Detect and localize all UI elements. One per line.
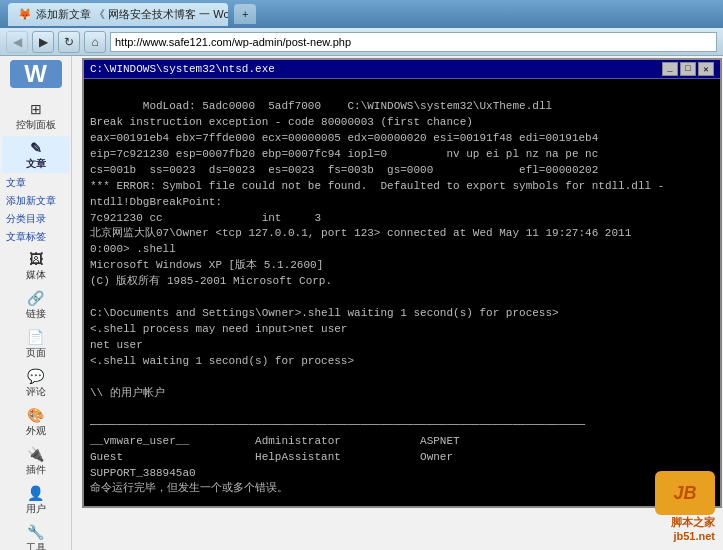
sidebar-label-user: 用户 bbox=[26, 503, 46, 514]
sidebar-item-plugin[interactable]: 🔌 插件 bbox=[2, 442, 70, 479]
brand-site-label: 脚本之家 bbox=[671, 515, 715, 530]
sidebar-item-tool[interactable]: 🔧 工具 bbox=[2, 520, 70, 550]
brand-logo-text: JB bbox=[673, 483, 696, 504]
sidebar-sub-category[interactable]: 分类目录 bbox=[2, 210, 70, 228]
sidebar-item-dashboard[interactable]: ⊞ 控制面板 bbox=[2, 97, 70, 134]
appearance-icon: 🎨 bbox=[27, 407, 44, 423]
cmd-title: C:\WINDOWS\system32\ntsd.exe bbox=[90, 63, 275, 75]
sidebar-label-page: 页面 bbox=[26, 347, 46, 358]
brand-url-text: jb51.net bbox=[673, 530, 715, 542]
forward-button[interactable]: ▶ bbox=[32, 31, 54, 53]
brand-watermark: JB 脚本之家 jb51.net bbox=[655, 471, 715, 542]
wp-logo: W bbox=[10, 60, 62, 88]
back-icon: ◀ bbox=[13, 35, 22, 49]
new-tab-btn[interactable]: + bbox=[234, 4, 256, 24]
cmd-minimize-btn[interactable]: _ bbox=[662, 62, 678, 76]
tab-label: 添加新文章 《 网络安全技术博客 一 Wo... bbox=[36, 7, 228, 22]
user-icon: 👤 bbox=[27, 485, 44, 501]
cmd-window[interactable]: C:\WINDOWS\system32\ntsd.exe _ □ ✕ ModLo… bbox=[82, 58, 722, 508]
sidebar-item-link[interactable]: 🔗 链接 bbox=[2, 286, 70, 323]
back-button[interactable]: ◀ bbox=[6, 31, 28, 53]
home-icon: ⌂ bbox=[91, 35, 98, 49]
tool-icon: 🔧 bbox=[27, 524, 44, 540]
reload-button[interactable]: ↻ bbox=[58, 31, 80, 53]
sidebar-label-appearance: 外观 bbox=[26, 425, 46, 436]
cmd-maximize-btn[interactable]: □ bbox=[680, 62, 696, 76]
sidebar-item-article[interactable]: ✎ 文章 bbox=[2, 136, 70, 173]
sidebar-label-dashboard: 控制面板 bbox=[16, 119, 56, 130]
sidebar-label-media: 媒体 bbox=[26, 269, 46, 280]
brand-site-url: jb51.net bbox=[673, 530, 715, 542]
sidebar-item-media[interactable]: 🖼 媒体 bbox=[2, 247, 70, 284]
sidebar-item-page[interactable]: 📄 页面 bbox=[2, 325, 70, 362]
content-area: C:\WINDOWS\system32\ntsd.exe _ □ ✕ ModLo… bbox=[72, 56, 723, 550]
media-icon: 🖼 bbox=[29, 251, 43, 267]
article-icon: ✎ bbox=[30, 140, 42, 156]
sidebar-label-link: 链接 bbox=[26, 308, 46, 319]
sidebar-item-user[interactable]: 👤 用户 bbox=[2, 481, 70, 518]
titlebar: 🦊 添加新文章 《 网络安全技术博客 一 Wo... ✕ + bbox=[0, 0, 723, 28]
home-button[interactable]: ⌂ bbox=[84, 31, 106, 53]
address-bar[interactable] bbox=[110, 32, 717, 52]
sidebar-sub-add-article[interactable]: 添加新文章 bbox=[2, 192, 70, 210]
plugin-icon: 🔌 bbox=[27, 446, 44, 462]
forward-icon: ▶ bbox=[39, 35, 48, 49]
brand-logo: JB bbox=[655, 471, 715, 515]
sidebar-label-plugin: 插件 bbox=[26, 464, 46, 475]
link-icon: 🔗 bbox=[27, 290, 44, 306]
browser-main: W ⊞ 控制面板 ✎ 文章 文章 添加新文章 分类目录 文章标签 🖼 媒体 🔗 … bbox=[0, 56, 723, 550]
sidebar-label-comment: 评论 bbox=[26, 386, 46, 397]
sidebar-item-appearance[interactable]: 🎨 外观 bbox=[2, 403, 70, 440]
navbar: ◀ ▶ ↻ ⌂ bbox=[0, 28, 723, 56]
dashboard-icon: ⊞ bbox=[30, 101, 42, 117]
cmd-body: ModLoad: 5adc0000 5adf7000 C:\WINDOWS\sy… bbox=[84, 79, 720, 506]
sidebar-item-comment[interactable]: 💬 评论 bbox=[2, 364, 70, 401]
browser-icon: 🦊 bbox=[18, 8, 32, 21]
cmd-controls: _ □ ✕ bbox=[662, 62, 714, 76]
comment-icon: 💬 bbox=[27, 368, 44, 384]
sidebar-sub-tags[interactable]: 文章标签 bbox=[2, 228, 70, 246]
reload-icon: ↻ bbox=[64, 35, 74, 49]
page-icon: 📄 bbox=[27, 329, 44, 345]
sidebar-label-article: 文章 bbox=[26, 158, 46, 169]
cmd-output: ModLoad: 5adc0000 5adf7000 C:\WINDOWS\sy… bbox=[90, 100, 664, 495]
cmd-close-btn[interactable]: ✕ bbox=[698, 62, 714, 76]
sidebar: W ⊞ 控制面板 ✎ 文章 文章 添加新文章 分类目录 文章标签 🖼 媒体 🔗 … bbox=[0, 56, 72, 550]
brand-site-name: 脚本之家 bbox=[671, 516, 715, 528]
sidebar-sub-article[interactable]: 文章 bbox=[2, 174, 70, 192]
cmd-titlebar: C:\WINDOWS\system32\ntsd.exe _ □ ✕ bbox=[84, 60, 720, 79]
sidebar-label-tool: 工具 bbox=[26, 542, 46, 550]
active-tab[interactable]: 🦊 添加新文章 《 网络安全技术博客 一 Wo... ✕ bbox=[8, 3, 228, 26]
